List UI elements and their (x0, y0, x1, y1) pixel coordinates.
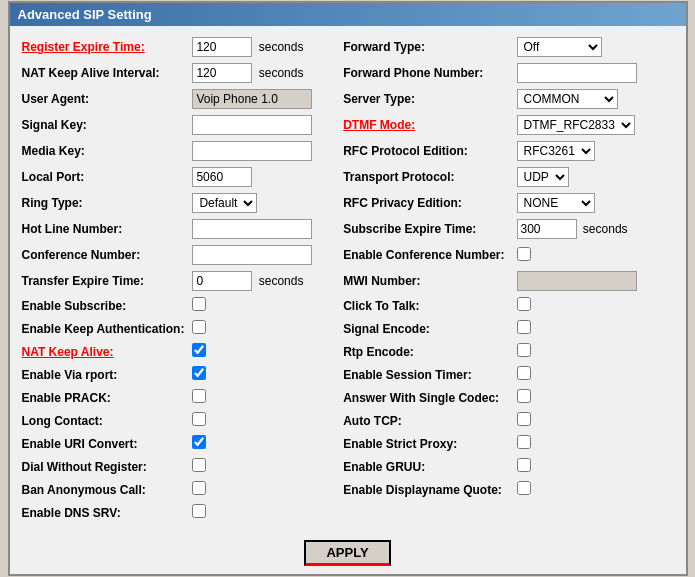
enable-displayname-quote-label: Enable Displayname Quote: (339, 478, 512, 501)
dial-without-register-cell (188, 455, 339, 478)
main-window: Advanced SIP Setting Register Expire Tim… (8, 1, 688, 576)
rfc-protocol-edition-label: RFC Protocol Edition: (339, 138, 512, 164)
enable-session-timer-cell (513, 363, 678, 386)
enable-keep-auth-cell (188, 317, 339, 340)
enable-displayname-quote-cell (513, 478, 678, 501)
enable-prack-checkbox[interactable] (192, 389, 206, 403)
ring-type-select[interactable]: Default Ring1 Ring2 Ring3 (192, 193, 257, 213)
rfc-protocol-edition-select[interactable]: RFC3261 RFC2543 (517, 141, 595, 161)
forward-type-label: Forward Type: (339, 34, 512, 60)
subscribe-expire-time-unit: seconds (583, 222, 628, 236)
user-agent-input[interactable] (192, 89, 312, 109)
server-type-label: Server Type: (339, 86, 512, 112)
forward-type-select[interactable]: Off Always No Answer Busy (517, 37, 602, 57)
long-contact-checkbox[interactable] (192, 412, 206, 426)
rfc-protocol-edition-cell: RFC3261 RFC2543 (513, 138, 678, 164)
transfer-expire-time-cell: seconds (188, 268, 339, 294)
dtmf-mode-select[interactable]: DTMF_RFC2833 DTMF_INBAND DTMF_SIP (517, 115, 635, 135)
long-contact-cell (188, 409, 339, 432)
enable-conference-number-checkbox[interactable] (517, 247, 531, 261)
register-expire-time-cell: seconds (188, 34, 339, 60)
signal-key-label: Signal Key: (18, 112, 189, 138)
answer-with-single-codec-label: Answer With Single Codec: (339, 386, 512, 409)
enable-session-timer-label: Enable Session Timer: (339, 363, 512, 386)
server-type-select[interactable]: COMMON BROADSOFT ASTERISK (517, 89, 618, 109)
rfc-privacy-edition-select[interactable]: NONE RFC3323 RFC3325 (517, 193, 595, 213)
transport-protocol-select[interactable]: UDP TCP TLS (517, 167, 569, 187)
rtp-encode-checkbox[interactable] (517, 343, 531, 357)
ring-type-label: Ring Type: (18, 190, 189, 216)
hot-line-number-cell (188, 216, 339, 242)
enable-displayname-quote-checkbox[interactable] (517, 481, 531, 495)
answer-with-single-codec-checkbox[interactable] (517, 389, 531, 403)
signal-key-input[interactable] (192, 115, 312, 135)
click-to-talk-label: Click To Talk: (339, 294, 512, 317)
enable-via-rport-cell (188, 363, 339, 386)
auto-tcp-label: Auto TCP: (339, 409, 512, 432)
local-port-label: Local Port: (18, 164, 189, 190)
nat-keep-alive-interval-input[interactable] (192, 63, 252, 83)
enable-gruu-cell (513, 455, 678, 478)
enable-prack-cell (188, 386, 339, 409)
nat-keep-alive-interval-cell: seconds (188, 60, 339, 86)
enable-uri-convert-label: Enable URI Convert: (18, 432, 189, 455)
transfer-expire-time-input[interactable] (192, 271, 252, 291)
subscribe-expire-time-label: Subscribe Expire Time: (339, 216, 512, 242)
dial-without-register-checkbox[interactable] (192, 458, 206, 472)
auto-tcp-cell (513, 409, 678, 432)
enable-subscribe-checkbox[interactable] (192, 297, 206, 311)
register-expire-time-input[interactable] (192, 37, 252, 57)
enable-dns-srv-checkbox[interactable] (192, 504, 206, 518)
forward-phone-number-cell (513, 60, 678, 86)
subscribe-expire-time-input[interactable] (517, 219, 577, 239)
nat-keep-alive-checkbox[interactable] (192, 343, 206, 357)
enable-via-rport-checkbox[interactable] (192, 366, 206, 380)
apply-button[interactable]: APPLY (304, 540, 390, 566)
media-key-label: Media Key: (18, 138, 189, 164)
apply-row: APPLY (10, 532, 686, 574)
rfc-privacy-edition-label: RFC Privacy Edition: (339, 190, 512, 216)
local-port-input[interactable] (192, 167, 252, 187)
ban-anonymous-call-label: Ban Anonymous Call: (18, 478, 189, 501)
signal-encode-checkbox[interactable] (517, 320, 531, 334)
hot-line-number-input[interactable] (192, 219, 312, 239)
media-key-cell (188, 138, 339, 164)
auto-tcp-checkbox[interactable] (517, 412, 531, 426)
answer-with-single-codec-cell (513, 386, 678, 409)
enable-conference-number-label: Enable Conference Number: (339, 242, 512, 268)
dial-without-register-label: Dial Without Register: (18, 455, 189, 478)
enable-strict-proxy-label: Enable Strict Proxy: (339, 432, 512, 455)
enable-gruu-checkbox[interactable] (517, 458, 531, 472)
media-key-input[interactable] (192, 141, 312, 161)
forward-phone-number-label: Forward Phone Number: (339, 60, 512, 86)
enable-uri-convert-cell (188, 432, 339, 455)
mwi-number-cell (513, 268, 678, 294)
enable-keep-auth-checkbox[interactable] (192, 320, 206, 334)
ring-type-cell: Default Ring1 Ring2 Ring3 (188, 190, 339, 216)
enable-dns-srv-cell (188, 501, 339, 524)
enable-uri-convert-checkbox[interactable] (192, 435, 206, 449)
enable-session-timer-checkbox[interactable] (517, 366, 531, 380)
conference-number-input[interactable] (192, 245, 312, 265)
nat-keep-alive-cell (188, 340, 339, 363)
subscribe-expire-time-cell: seconds (513, 216, 678, 242)
mwi-number-input[interactable] (517, 271, 637, 291)
enable-via-rport-label: Enable Via rport: (18, 363, 189, 386)
signal-encode-cell (513, 317, 678, 340)
register-expire-time-unit: seconds (259, 40, 304, 54)
rtp-encode-label: Rtp Encode: (339, 340, 512, 363)
rfc-privacy-edition-cell: NONE RFC3323 RFC3325 (513, 190, 678, 216)
enable-prack-label: Enable PRACK: (18, 386, 189, 409)
ban-anonymous-call-checkbox[interactable] (192, 481, 206, 495)
local-port-cell (188, 164, 339, 190)
nat-keep-alive-interval-label: NAT Keep Alive Interval: (18, 60, 189, 86)
enable-gruu-label: Enable GRUU: (339, 455, 512, 478)
register-expire-time-label: Register Expire Time: (18, 34, 189, 60)
rtp-encode-cell (513, 340, 678, 363)
ban-anonymous-call-cell (188, 478, 339, 501)
conference-number-label: Conference Number: (18, 242, 189, 268)
forward-phone-number-input[interactable] (517, 63, 637, 83)
click-to-talk-checkbox[interactable] (517, 297, 531, 311)
enable-strict-proxy-checkbox[interactable] (517, 435, 531, 449)
forward-type-cell: Off Always No Answer Busy (513, 34, 678, 60)
